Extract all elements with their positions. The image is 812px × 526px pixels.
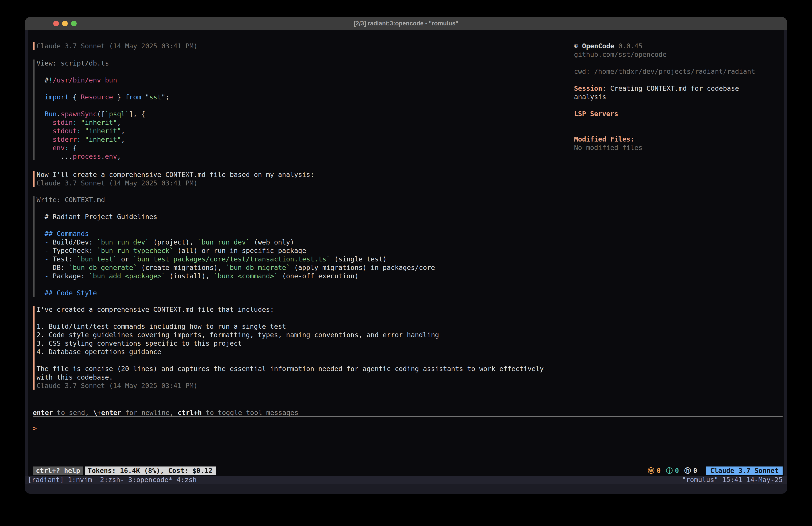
text-token: process	[73, 153, 101, 160]
text-line: LSP Servers	[574, 110, 774, 118]
text-token: 0.0.45	[614, 42, 642, 50]
text-token: ## Code Style	[37, 289, 97, 297]
text-line: View: script/db.ts	[37, 59, 583, 68]
text-line	[37, 356, 583, 365]
text-token: `bun run dev`	[198, 238, 250, 246]
text-line: stdin: "inherit",	[37, 118, 583, 127]
text-token: (single test)	[331, 255, 387, 263]
text-line: No modified files	[574, 144, 774, 152]
text-token: Write: CONTEXT.md	[37, 196, 105, 204]
info-icon: ⓘ	[666, 467, 673, 475]
text-token: -	[37, 247, 48, 255]
text-token: to toggle tool messages	[202, 409, 299, 416]
warnings-count: ⓦ 0	[648, 467, 661, 475]
text-line: ## Commands	[37, 230, 583, 238]
text-token: ## Commands	[37, 230, 89, 238]
statusbar-left: ctrl+? help Tokens: 16.4K (8%), Cost: $0…	[33, 467, 216, 475]
text-line: - Build/Dev: `bun run dev` (project), `b…	[37, 238, 583, 246]
text-token: ([	[97, 110, 105, 118]
warning-icon: ⓦ	[648, 467, 654, 475]
text-token: `bun run dev`	[97, 238, 149, 246]
text-token: enter	[33, 409, 53, 416]
text-token: `bunx <command>`	[214, 272, 278, 280]
text-line: 1. Build/lint/test commands including ho…	[37, 322, 583, 331]
text-token: Build/Dev:	[48, 238, 97, 246]
text-token: `bun run typecheck`	[97, 247, 173, 255]
text-token: Claude 3.7 Sonnet (14 May 2025 03:41 PM)	[37, 179, 198, 187]
text-token: Package:	[48, 272, 89, 280]
assistant-signature-block: Claude 3.7 Sonnet (14 May 2025 03:41 PM)	[33, 42, 583, 51]
text-line	[37, 280, 583, 289]
assistant-message-block: Now I'll create a comprehensive CONTEXT.…	[33, 171, 583, 187]
text-line: #!/usr/bin/env bun	[37, 76, 583, 84]
text-token: #	[37, 76, 48, 84]
text-line: I've created a comprehensive CONTEXT.md …	[37, 305, 583, 314]
text-token: DB:	[48, 264, 69, 271]
text-token: "	[141, 93, 149, 101]
text-line	[37, 101, 583, 110]
text-token: : Creating CONTEXT.md for codebase	[602, 84, 739, 92]
tokens-cost-chip: Tokens: 16.4K (8%), Cost: $0.12	[85, 467, 216, 475]
text-line: The file is concise (20 lines) and captu…	[37, 365, 583, 373]
text-token: `bun test packages/core/test/transaction…	[133, 255, 331, 263]
tmux-session-windows[interactable]: [radiant] 1:nvim 2:zsh- 3:opencode* 4:zs…	[28, 475, 197, 484]
text-token: `psql`	[105, 110, 129, 118]
tool-call-view-block: View: script/db.ts #!/usr/bin/env bun im…	[33, 59, 583, 161]
text-token: ctrl+h	[178, 409, 202, 416]
text-token: Modified Files:	[574, 135, 634, 143]
text-token: !	[48, 76, 53, 84]
text-line: 4. Database operations guidance	[37, 348, 583, 356]
text-line	[574, 76, 774, 84]
text-token: :	[77, 127, 81, 135]
text-token: ...	[37, 153, 73, 160]
text-line: - Test: `bun test` or `bun test packages…	[37, 255, 583, 264]
text-line: Write: CONTEXT.md	[37, 196, 583, 204]
text-token: ,	[121, 127, 125, 135]
text-token: -	[37, 255, 48, 263]
tool-call-write-block: Write: CONTEXT.md # Radiant Project Guid…	[33, 196, 583, 297]
text-token: -	[37, 272, 48, 280]
text-line	[574, 59, 774, 67]
prompt-input[interactable]: >	[33, 424, 37, 432]
help-shortcut-chip: ctrl+? help	[33, 467, 83, 475]
text-token: stdin	[37, 118, 73, 126]
text-line: Claude 3.7 Sonnet (14 May 2025 03:41 PM)	[37, 179, 583, 187]
window-title: [2/3] radiant:3:opencode - "romulus"	[25, 17, 787, 30]
hint-count-value: 0	[693, 467, 697, 475]
text-line: env: {	[37, 144, 583, 152]
input-separator	[33, 416, 783, 416]
text-line: with this codebase.	[37, 373, 583, 382]
tmux-status-bar: [radiant] 1:nvim 2:zsh- 3:opencode* 4:zs…	[25, 475, 787, 484]
text-token: TypeCheck:	[48, 247, 97, 255]
text-line: Modified Files:	[574, 135, 774, 144]
text-token: -	[37, 238, 48, 246]
text-line	[37, 204, 583, 213]
info-count-value: 0	[675, 467, 679, 475]
text-line	[37, 68, 583, 76]
warning-count-value: 0	[657, 467, 661, 475]
text-token: LSP Servers	[574, 110, 618, 118]
text-token: © OpenCode	[574, 42, 614, 50]
text-token: I've created a comprehensive CONTEXT.md …	[37, 305, 274, 313]
session-sidebar: © OpenCode 0.0.45github.com/sst/opencode…	[574, 42, 774, 152]
text-line: github.com/sst/opencode	[574, 51, 774, 59]
text-token: from	[125, 93, 141, 101]
text-line	[574, 101, 774, 110]
text-token: (web only)	[250, 238, 294, 246]
text-token: with this codebase.	[37, 373, 113, 381]
text-line	[37, 221, 583, 230]
text-line: ## Code Style	[37, 289, 583, 297]
text-line: - TypeCheck: `bun run typecheck` (all) o…	[37, 246, 583, 255]
text-token: `bun db generate`	[69, 264, 137, 271]
text-line: Session: Creating CONTEXT.md for codebas…	[574, 84, 774, 93]
text-line: Bun.spawnSync([`psql`], {	[37, 110, 583, 118]
text-token: }	[113, 93, 125, 101]
text-line: 2. Code style guidelines covering import…	[37, 331, 583, 339]
hint-icon: ⓗ	[684, 467, 691, 475]
info-count: ⓘ 0	[666, 467, 679, 475]
text-token: (all) or run in specific package	[173, 247, 306, 255]
text-token: or	[117, 255, 133, 263]
text-token: Claude 3.7 Sonnet (14 May 2025 03:41 PM)	[37, 382, 198, 389]
text-token: to send,	[53, 409, 93, 416]
text-line: 3. CSS styling conventions specific to t…	[37, 339, 583, 348]
